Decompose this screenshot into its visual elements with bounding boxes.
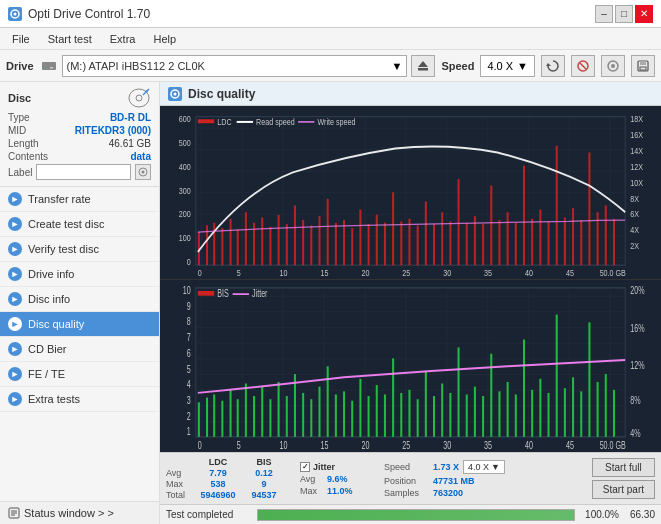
jitter-checkbox[interactable]: ✓ <box>300 462 310 472</box>
svg-rect-44 <box>310 225 312 265</box>
svg-rect-196 <box>198 290 214 295</box>
sidebar-item-disc-info[interactable]: ► Disc info <box>0 287 159 312</box>
minimize-button[interactable]: – <box>595 5 613 23</box>
close-button[interactable]: ✕ <box>635 5 653 23</box>
jitter-label: Jitter <box>313 462 335 472</box>
fe-te-icon: ► <box>8 367 22 381</box>
refresh-button[interactable] <box>541 55 565 77</box>
svg-rect-59 <box>433 224 435 265</box>
label-save-button[interactable] <box>135 164 151 180</box>
sidebar-item-drive-info[interactable]: ► Drive info <box>0 262 159 287</box>
menu-file[interactable]: File <box>4 31 38 47</box>
samples-val: 763200 <box>433 488 463 498</box>
svg-rect-151 <box>466 394 468 436</box>
svg-rect-142 <box>392 358 394 436</box>
svg-text:50.0 GB: 50.0 GB <box>600 267 627 278</box>
svg-rect-32 <box>213 223 215 265</box>
disc-length-label: Length <box>8 138 39 149</box>
svg-text:LDC: LDC <box>217 116 231 127</box>
svg-rect-132 <box>310 399 312 437</box>
drive-info-icon: ► <box>8 267 22 281</box>
svg-rect-137 <box>351 400 353 436</box>
max-jitter-val: 11.0% <box>327 486 353 496</box>
avg-bis: 0.12 <box>242 468 286 478</box>
svg-text:50.0 GB: 50.0 GB <box>600 439 626 451</box>
drive-dropdown[interactable]: (M:) ATAPI iHBS112 2 CL0K ▼ <box>62 55 408 77</box>
svg-rect-138 <box>359 378 361 436</box>
disc-section-title: Disc <box>8 92 31 104</box>
svg-point-1 <box>14 12 17 15</box>
label-input[interactable] <box>36 164 131 180</box>
speed-val: 1.73 X <box>433 462 459 472</box>
progress-label: Test completed <box>166 509 251 520</box>
start-full-button[interactable]: Start full <box>592 458 655 477</box>
burn-button[interactable] <box>601 55 625 77</box>
svg-rect-163 <box>564 388 566 437</box>
content-area: Disc quality <box>160 82 661 524</box>
sidebar-item-fe-te[interactable]: ► FE / TE <box>0 362 159 387</box>
speed-key: Speed <box>384 462 429 472</box>
cd-bier-label: CD Bier <box>28 343 67 355</box>
svg-text:5: 5 <box>187 363 191 375</box>
max-jitter-label: Max <box>300 486 325 496</box>
speed-selector-value: 4.0 X <box>468 462 489 472</box>
sidebar-item-cd-bier[interactable]: ► CD Bier <box>0 337 159 362</box>
sidebar-item-verify-test-disc[interactable]: ► Verify test disc <box>0 237 159 262</box>
svg-text:15: 15 <box>321 267 329 278</box>
svg-rect-35 <box>237 229 239 265</box>
sidebar-item-create-test-disc[interactable]: ► Create test disc <box>0 212 159 237</box>
svg-text:100: 100 <box>179 232 191 243</box>
max-bis: 9 <box>242 479 286 489</box>
status-window-button[interactable]: Status window > > <box>0 501 159 524</box>
svg-point-20 <box>142 171 145 174</box>
erase-button[interactable] <box>571 55 595 77</box>
menu-starttest[interactable]: Start test <box>40 31 100 47</box>
menu-extra[interactable]: Extra <box>102 31 144 47</box>
disc-quality-label: Disc quality <box>28 318 84 330</box>
svg-rect-119 <box>206 397 208 436</box>
svg-rect-146 <box>425 370 427 436</box>
speed-selector-arrow: ▼ <box>491 462 500 472</box>
svg-rect-139 <box>368 396 370 437</box>
svg-rect-122 <box>230 389 232 436</box>
svg-text:Write speed: Write speed <box>317 116 355 127</box>
sidebar-item-extra-tests[interactable]: ► Extra tests <box>0 387 159 412</box>
speed-dropdown[interactable]: 4.0 X ▼ <box>480 55 535 77</box>
chart1-container: 600 500 400 300 200 100 0 18X 16X 14X 12… <box>160 106 661 280</box>
svg-rect-46 <box>327 199 329 265</box>
svg-rect-69 <box>515 223 517 265</box>
svg-rect-14 <box>640 67 646 70</box>
disc-length-value: 46.61 GB <box>109 138 151 149</box>
menubar: File Start test Extra Help <box>0 28 661 50</box>
maximize-button[interactable]: □ <box>615 5 633 23</box>
svg-text:4X: 4X <box>630 224 639 235</box>
svg-rect-154 <box>490 353 492 436</box>
sidebar-item-disc-quality[interactable]: ► Disc quality <box>0 312 159 337</box>
svg-rect-48 <box>343 220 345 265</box>
svg-text:16X: 16X <box>630 129 643 140</box>
svg-point-26 <box>174 92 177 95</box>
start-part-button[interactable]: Start part <box>592 480 655 499</box>
svg-rect-167 <box>597 381 599 436</box>
window-controls: – □ ✕ <box>595 5 653 23</box>
svg-text:400: 400 <box>179 161 191 172</box>
svg-rect-67 <box>498 220 500 265</box>
chart2-svg: 10 9 8 7 6 5 4 3 2 1 20% 16% 12% 8% 4% <box>160 280 661 453</box>
svg-text:BIS: BIS <box>217 287 229 299</box>
avg-ldc: 7.79 <box>196 468 240 478</box>
speed-arrow: ▼ <box>517 60 528 72</box>
status-window-icon <box>8 507 20 519</box>
eject-button[interactable] <box>411 55 435 77</box>
create-test-disc-icon: ► <box>8 217 22 231</box>
svg-rect-51 <box>368 224 370 265</box>
content-header: Disc quality <box>160 82 661 106</box>
sidebar-item-transfer-rate[interactable]: ► Transfer rate <box>0 187 159 212</box>
save-button[interactable] <box>631 55 655 77</box>
speed-selector[interactable]: 4.0 X ▼ <box>463 460 505 474</box>
svg-text:45: 45 <box>566 267 574 278</box>
svg-text:9: 9 <box>187 300 191 312</box>
svg-rect-164 <box>572 377 574 437</box>
svg-text:35: 35 <box>484 439 492 451</box>
svg-text:200: 200 <box>179 208 191 219</box>
menu-help[interactable]: Help <box>145 31 184 47</box>
